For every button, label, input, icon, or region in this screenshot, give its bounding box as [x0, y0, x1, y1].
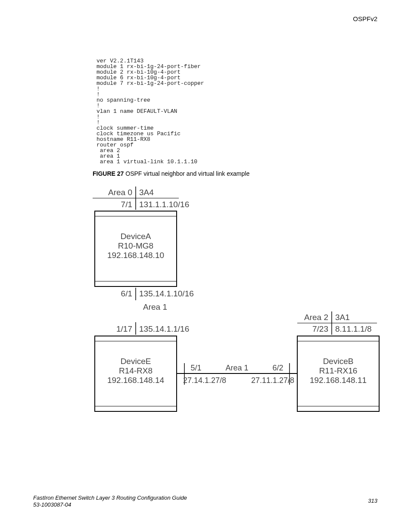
- devE-ip135: 135.14.1.1/16: [139, 324, 189, 333]
- devA-ip135: 135.14.1.10/16: [139, 289, 194, 298]
- devB-port723: 7/23: [312, 324, 328, 333]
- deviceA-top: Area 0 3A4 7/1 131.1.1.10/16: [93, 187, 189, 210]
- devA-ip131: 131.1.1.10/16: [139, 200, 189, 209]
- config-code-block: ver V2.2.1T143 module 1 rx-bi-1g-24-port…: [97, 58, 204, 165]
- devA-3a4: 3A4: [139, 188, 154, 197]
- devA-area0: Area 0: [108, 188, 132, 197]
- network-diagram: Area 0 3A4 7/1 131.1.1.10/16 DeviceA R10…: [93, 183, 381, 426]
- devA-port61: 6/1: [121, 289, 132, 298]
- figure-caption: FIGURE 27 OSPF virtual neighbor and virt…: [93, 170, 249, 177]
- page: OSPFv2 ver V2.2.1T143 module 1 rx-bi-1g-…: [0, 0, 411, 532]
- devE-model: R14-RX8: [119, 366, 153, 375]
- devA-model: R10-MG8: [118, 241, 153, 250]
- footer-left: FastIron Ethernet Switch Layer 3 Routing…: [33, 495, 187, 509]
- deviceA-bottom: 6/1 135.14.1.10/16 Area 1: [121, 288, 194, 311]
- link-right-port: 6/2: [272, 364, 283, 372]
- figure-title: OSPF virtual neighbor and virtual link e…: [125, 170, 249, 177]
- devB-name: DeviceB: [323, 357, 354, 366]
- footer-page-number: 313: [368, 498, 377, 504]
- footer-title: FastIron Ethernet Switch Layer 3 Routing…: [33, 495, 187, 501]
- devE-ip: 192.168.148.14: [107, 376, 165, 385]
- link-left-port: 5/1: [190, 364, 201, 372]
- devB-area2: Area 2: [304, 313, 328, 322]
- devB-model: R11-RX16: [319, 366, 358, 375]
- deviceE-box: DeviceE R14-RX8 192.168.148.14: [95, 336, 177, 411]
- figure-label: FIGURE 27: [93, 170, 124, 177]
- link-area: Area 1: [225, 364, 248, 372]
- link-right-ip: 27.11.1.27/8: [251, 376, 294, 385]
- devA-ip: 192.168.148.10: [107, 251, 164, 260]
- devB-ip8: 8.11.1.1/8: [335, 324, 372, 333]
- devA-area1: Area 1: [143, 302, 167, 311]
- devB-ip: 192.168.148.11: [310, 376, 367, 385]
- link-area1: 5/1 Area 1 6/2 27.14.1.27/8 27.11.1.27/8: [177, 363, 297, 385]
- running-header: OSPFv2: [353, 15, 377, 22]
- deviceA-box: DeviceA R10-MG8 192.168.148.10: [95, 211, 177, 286]
- deviceB-box: DeviceB R11-RX16 192.168.148.11: [297, 336, 379, 411]
- deviceE-top: 1/17 135.14.1.1/16: [116, 322, 189, 335]
- devE-port117: 1/17: [116, 324, 132, 333]
- devE-name: DeviceE: [121, 357, 151, 366]
- devA-name: DeviceA: [121, 232, 151, 241]
- devB-3a1: 3A1: [335, 313, 350, 322]
- deviceB-top: Area 2 3A1 7/23 8.11.1.1/8: [297, 311, 377, 335]
- footer-docnum: 53-1003087-04: [33, 501, 187, 508]
- devA-port71: 7/1: [121, 200, 132, 209]
- link-left-ip: 27.14.1.27/8: [183, 376, 226, 385]
